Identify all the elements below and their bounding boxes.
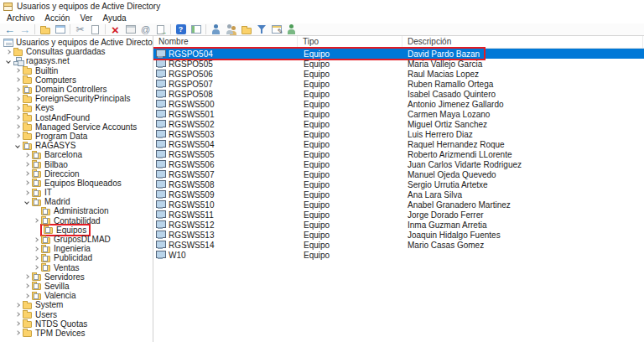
tree-item-builtin[interactable]: Builtin [0, 66, 153, 75]
chevron-right-icon[interactable] [22, 291, 31, 300]
chevron-right-icon[interactable] [22, 150, 31, 159]
table-row[interactable]: RGSWS507EquipoManuel Ojeda Quevedo [153, 169, 644, 179]
delete-button[interactable]: × [108, 23, 122, 35]
export-list-button[interactable] [153, 23, 168, 35]
tree-item-valencia[interactable]: Valencia [0, 291, 153, 300]
back-button[interactable]: ← [3, 23, 17, 35]
tree-item-ragasys-net[interactable]: ragasys.net [0, 56, 153, 65]
tree-item-computers[interactable]: Computers [0, 75, 153, 85]
tree-item-system[interactable]: System [0, 300, 153, 309]
column-header-tipo[interactable]: Tipo [298, 36, 402, 48]
chevron-right-icon[interactable] [22, 169, 31, 179]
chevron-right-icon[interactable] [13, 66, 22, 75]
tree-item-lostandfound[interactable]: LostAndFound [0, 113, 153, 122]
table-row[interactable]: RGSWS514EquipoMario Casas Gomez [153, 240, 644, 250]
tree-item-ventas[interactable]: Ventas [0, 263, 153, 272]
delegate-control-button[interactable] [284, 23, 299, 35]
table-row[interactable]: RGSWS505EquipoRoberto Arizmendi LLorente [153, 149, 644, 159]
tree-item-it[interactable]: IT [0, 188, 153, 197]
table-row[interactable]: RGSPO508EquipoIsabel Casado Quintero [153, 89, 644, 99]
tree-item-ntds-quotas[interactable]: NTDS Quotas [0, 319, 153, 329]
tree-item-domain-controllers[interactable]: Domain Controllers [0, 85, 153, 94]
filter-button[interactable] [254, 23, 268, 35]
chevron-right-icon[interactable] [13, 85, 22, 94]
show-console-tree-button[interactable] [53, 23, 67, 35]
console-window-button[interactable] [189, 23, 203, 35]
tree-item-direccion[interactable]: Direccion [0, 169, 153, 179]
chevron-right-icon[interactable] [13, 310, 22, 319]
forward-button[interactable]: → [18, 23, 32, 35]
chevron-right-icon[interactable] [22, 282, 31, 291]
tree-item-ragasys[interactable]: RAGASYS [0, 141, 153, 150]
table-row[interactable]: RGSPO506EquipoRaul Macias Lopez [153, 69, 644, 79]
chevron-right-icon[interactable] [13, 300, 22, 309]
table-row[interactable]: RGSWS500EquipoAntonio Jimenez Gallardo [153, 99, 644, 109]
cut-button[interactable]: ✂ [73, 23, 87, 35]
tree-item-tpm-devices[interactable]: TPM Devices [0, 329, 153, 338]
table-row[interactable]: RGSWS502EquipoMiguel Ortiz Sanchez [153, 119, 644, 129]
chevron-right-icon[interactable] [13, 329, 22, 338]
table-row[interactable]: RGSWS503EquipoLuis Herrero Diaz [153, 129, 644, 139]
chevron-right-icon[interactable] [22, 272, 31, 282]
tree-item-publicidad[interactable]: Publicidad [0, 253, 153, 262]
tree-item-managed-service-accounts[interactable]: Managed Service Accounts [0, 122, 153, 132]
table-row[interactable]: RGSWS512EquipoInma Guzman Arretia [153, 220, 644, 230]
chevron-right-icon[interactable] [3, 47, 13, 56]
chevron-right-icon[interactable] [13, 94, 22, 103]
tree-item-keys[interactable]: Keys [0, 103, 153, 112]
chevron-right-icon[interactable] [13, 103, 22, 112]
chevron-right-icon[interactable] [31, 263, 40, 272]
table-row[interactable]: RGSWS511EquipoJorge Dorado Ferrer [153, 210, 644, 220]
chevron-right-icon[interactable] [31, 216, 40, 225]
tree-item-equipos[interactable]: Equipos [0, 225, 153, 235]
tree-item-madrid[interactable]: Madrid [0, 197, 153, 206]
table-row[interactable]: RGSPO505EquipoMaria Vallejo Garcia [153, 59, 644, 69]
chevron-down-icon[interactable] [3, 56, 13, 65]
tree-item-program-data[interactable]: Program Data [0, 132, 153, 141]
table-row[interactable]: RGSWS504EquipoRaquel Hernandez Roque [153, 139, 644, 149]
tree-item-gruposdlmad[interactable]: GruposDLMAD [0, 235, 153, 244]
menu-item-accio-n[interactable]: Acción [39, 13, 75, 23]
column-header-nombre[interactable]: Nombre [153, 36, 298, 48]
new-ou-button[interactable] [239, 23, 253, 35]
tree-item-usuarios-y-equipos-de-active-directory-dc01rg[interactable]: Usuarios y equipos de Active Directory [… [0, 38, 153, 47]
chevron-right-icon[interactable] [13, 75, 22, 85]
chevron-right-icon[interactable] [22, 160, 31, 169]
chevron-right-icon[interactable] [22, 179, 31, 188]
table-row[interactable]: RGSWS501EquipoCarmen Maya Lozano [153, 109, 644, 119]
chevron-right-icon[interactable] [13, 113, 22, 122]
table-row[interactable]: RGSPO507EquipoRuben Ramallo Ortega [153, 79, 644, 89]
chevron-down-icon[interactable] [13, 141, 22, 150]
table-row[interactable]: RGSWS513EquipoJoaquin Hidalgo Fuentes [153, 230, 644, 240]
chevron-right-icon[interactable] [22, 188, 31, 197]
table-row[interactable]: RGSWS509EquipoAna Lara Silva [153, 189, 644, 200]
help-button[interactable]: ? [174, 23, 188, 35]
edit-list-button[interactable] [269, 23, 283, 35]
new-user-button[interactable] [209, 23, 223, 35]
tree-item-sevilla[interactable]: Sevilla [0, 282, 153, 291]
menu-item-ayuda[interactable]: Ayuda [97, 13, 131, 23]
refresh-button[interactable]: @ [138, 23, 153, 35]
chevron-right-icon[interactable] [31, 253, 40, 262]
table-row[interactable]: W10Equipo [153, 250, 644, 260]
table-row[interactable]: RGSWS510EquipoAnabel Granadero Martinez [153, 200, 644, 210]
properties-page-button[interactable] [88, 23, 102, 35]
tree-item-users[interactable]: Users [0, 309, 153, 319]
tree-item-administracion[interactable]: Administracion [0, 206, 153, 215]
tree-item-equipos-bloqueados[interactable]: Equipos Bloqueados [0, 179, 153, 188]
menu-item-ver[interactable]: Ver [75, 13, 97, 23]
column-header-descripcio-n[interactable]: Descripción [402, 36, 643, 48]
tree-item-servidores[interactable]: Servidores [0, 272, 153, 282]
tree-item-bilbao[interactable]: Bilbao [0, 159, 153, 168]
chevron-right-icon[interactable] [31, 244, 40, 253]
chevron-right-icon[interactable] [13, 122, 22, 132]
chevron-right-icon[interactable] [31, 235, 40, 244]
table-row[interactable]: RGSPO504EquipoDavid Pardo Bazan [153, 49, 644, 59]
up-one-level-button[interactable] [38, 23, 52, 35]
table-row[interactable]: RGSWS508EquipoSergio Urrutia Artetxe [153, 179, 644, 189]
chevron-right-icon[interactable] [13, 319, 22, 329]
menu-item-archivo[interactable]: Archivo [2, 13, 39, 23]
table-row[interactable]: RGSWS506EquipoJuan Carlos Vidarte Rodrig… [153, 159, 644, 169]
chevron-right-icon[interactable] [13, 132, 22, 141]
chevron-down-icon[interactable] [22, 197, 31, 206]
